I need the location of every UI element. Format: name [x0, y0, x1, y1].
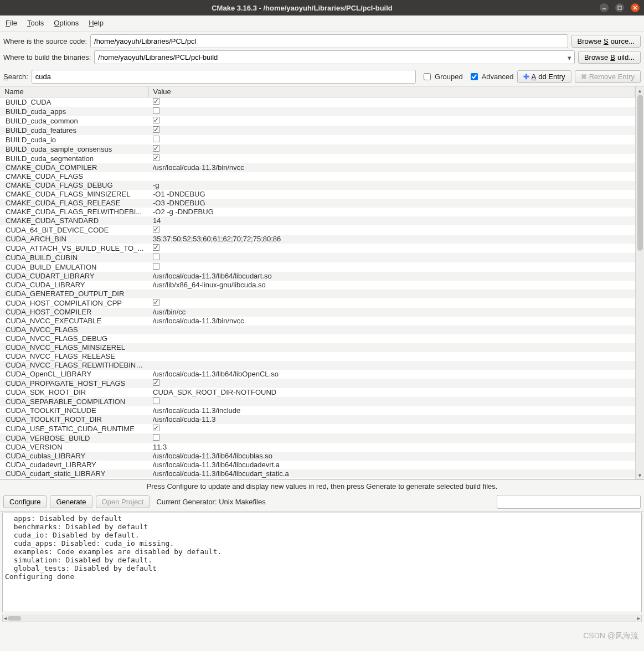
property-value[interactable] [148, 154, 635, 163]
table-row[interactable]: CUDA_VERSION11.3 [0, 443, 635, 452]
property-value[interactable] [148, 97, 635, 107]
configure-button[interactable]: Configure [3, 495, 47, 508]
property-value[interactable]: /usr/local/cuda-11.3/lib64/libcudart_sta… [148, 469, 635, 478]
property-value[interactable]: /usr/local/cuda-11.3/lib64/libcudart.so [148, 272, 635, 281]
property-value[interactable] [148, 433, 635, 443]
table-row[interactable]: CUDA_ATTACH_VS_BUILD_RULE_TO_... [0, 244, 635, 253]
table-row[interactable]: CUDA_cublas_LIBRARY/usr/local/cuda-11.3/… [0, 452, 635, 461]
property-value[interactable] [148, 116, 635, 126]
menu-file[interactable]: File [6, 19, 17, 27]
property-value[interactable]: -O1 -DNDEBUG [148, 190, 635, 199]
property-value[interactable] [148, 352, 635, 361]
table-row[interactable]: BUILD_cuda_common [0, 116, 635, 126]
checkbox-icon[interactable] [153, 263, 159, 270]
table-row[interactable]: CMAKE_CUDA_COMPILER/usr/local/cuda-11.3/… [0, 163, 635, 172]
scroll-right-icon[interactable]: ▸ [637, 615, 640, 621]
remove-entry-button[interactable]: ✖ Remove Entry [575, 70, 641, 83]
table-row[interactable]: CMAKE_CUDA_FLAGS_RELEASE-O3 -DNDEBUG [0, 199, 635, 208]
table-row[interactable]: CUDA_GENERATED_OUTPUT_DIR [0, 290, 635, 298]
maximize-button[interactable] [615, 3, 624, 12]
property-value[interactable]: /usr/local/cuda-11.3/lib64/libOpenCL.so [148, 370, 635, 379]
table-row[interactable]: CUDA_cufft_LIBRARY/usr/local/cuda-11.3/l… [0, 478, 635, 479]
property-value[interactable] [148, 290, 635, 298]
vertical-scrollbar[interactable]: ▴ ▾ [635, 86, 644, 479]
property-value[interactable]: -O3 -DNDEBUG [148, 199, 635, 208]
table-row[interactable]: CUDA_NVCC_FLAGS_RELEASE [0, 352, 635, 361]
table-row[interactable]: CMAKE_CUDA_FLAGS_MINSIZEREL-O1 -DNDEBUG [0, 190, 635, 199]
menu-help[interactable]: Help [89, 19, 104, 27]
table-row[interactable]: BUILD_cuda_io [0, 135, 635, 144]
column-name[interactable]: Name [0, 86, 148, 97]
property-value[interactable] [148, 326, 635, 334]
minimize-button[interactable] [600, 3, 609, 12]
table-row[interactable]: BUILD_CUDA [0, 97, 635, 107]
property-value[interactable]: /usr/local/cuda-11.3/lib64/libcublas.so [148, 452, 635, 461]
scroll-thumb[interactable] [8, 616, 21, 621]
property-value[interactable] [148, 334, 635, 343]
checkbox-icon[interactable] [153, 434, 159, 441]
checkbox-icon[interactable] [153, 397, 159, 404]
checkbox-icon[interactable] [153, 425, 159, 431]
property-value[interactable] [148, 225, 635, 235]
table-row[interactable]: CMAKE_CUDA_FLAGS_RELWITHDEBI...-O2 -g -D… [0, 208, 635, 216]
menu-tools[interactable]: Tools [27, 19, 44, 27]
table-row[interactable]: CUDA_TOOLKIT_ROOT_DIR/usr/local/cuda-11.… [0, 415, 635, 424]
property-value[interactable]: /usr/local/cuda-11.3/include [148, 406, 635, 415]
checkbox-icon[interactable] [153, 299, 159, 306]
property-value[interactable]: 11.3 [148, 443, 635, 452]
property-value[interactable]: /usr/local/cuda-11.3 [148, 415, 635, 424]
table-row[interactable]: CUDA_BUILD_EMULATION [0, 262, 635, 272]
property-value[interactable] [148, 424, 635, 433]
property-value[interactable]: /usr/local/cuda-11.3/lib64/libcudadevrt.… [148, 461, 635, 469]
table-row[interactable]: CUDA_USE_STATIC_CUDA_RUNTIME [0, 424, 635, 433]
scroll-left-icon[interactable]: ◂ [4, 615, 7, 621]
property-value[interactable]: -O2 -g -DNDEBUG [148, 208, 635, 216]
property-value[interactable] [148, 135, 635, 144]
build-input[interactable] [94, 50, 575, 64]
table-row[interactable]: CUDA_cudart_static_LIBRARY/usr/local/cud… [0, 469, 635, 478]
source-input[interactable] [90, 34, 568, 48]
table-row[interactable]: BUILD_cuda_features [0, 126, 635, 135]
property-value[interactable] [148, 379, 635, 388]
property-value[interactable]: 14 [148, 216, 635, 225]
log-horizontal-scrollbar[interactable]: ◂ ▸ [2, 614, 642, 622]
property-value[interactable] [148, 361, 635, 370]
table-row[interactable]: CUDA_SEPARABLE_COMPILATION [0, 397, 635, 406]
add-entry-button[interactable]: ✚ Add Entry [517, 70, 571, 83]
property-value[interactable]: /usr/local/cuda-11.3/lib64/libcufft.so [148, 478, 635, 479]
table-row[interactable]: CMAKE_CUDA_FLAGS_DEBUG-g [0, 181, 635, 190]
grouped-checkbox[interactable]: Grouped [421, 71, 463, 82]
table-row[interactable]: CUDA_TOOLKIT_INCLUDE/usr/local/cuda-11.3… [0, 406, 635, 415]
scroll-thumb[interactable] [637, 95, 643, 251]
close-button[interactable] [631, 3, 640, 12]
property-value[interactable] [148, 298, 635, 308]
scroll-up-icon[interactable]: ▴ [638, 87, 641, 94]
table-row[interactable]: BUILD_cuda_sample_consensus [0, 144, 635, 154]
table-row[interactable]: CUDA_PROPAGATE_HOST_FLAGS [0, 379, 635, 388]
property-value[interactable]: 35;37;50;52;53;60;61;62;70;72;75;80;86 [148, 235, 635, 244]
checkbox-icon[interactable] [153, 107, 159, 114]
column-value[interactable]: Value [148, 86, 635, 97]
browse-build-button[interactable]: Browse Build... [578, 51, 641, 64]
table-row[interactable]: CUDA_ARCH_BIN35;37;50;52;53;60;61;62;70;… [0, 235, 635, 244]
table-row[interactable]: CUDA_NVCC_EXECUTABLE/usr/local/cuda-11.3… [0, 317, 635, 326]
table-row[interactable]: CUDA_64_BIT_DEVICE_CODE [0, 225, 635, 235]
filter-input[interactable] [497, 495, 641, 509]
browse-source-button[interactable]: Browse Source... [571, 35, 641, 48]
property-value[interactable] [148, 172, 635, 181]
table-row[interactable]: CUDA_cudadevrt_LIBRARY/usr/local/cuda-11… [0, 461, 635, 469]
checkbox-icon[interactable] [153, 126, 159, 133]
property-value[interactable] [148, 126, 635, 135]
checkbox-icon[interactable] [153, 136, 159, 142]
table-row[interactable]: CUDA_NVCC_FLAGS_DEBUG [0, 334, 635, 343]
checkbox-icon[interactable] [153, 117, 159, 123]
search-input[interactable] [32, 70, 416, 84]
table-row[interactable]: CUDA_VERBOSE_BUILD [0, 433, 635, 443]
table-row[interactable]: CUDA_HOST_COMPILER/usr/bin/cc [0, 308, 635, 317]
property-value[interactable]: -g [148, 181, 635, 190]
property-value[interactable]: CUDA_SDK_ROOT_DIR-NOTFOUND [148, 388, 635, 397]
checkbox-icon[interactable] [153, 154, 159, 161]
property-value[interactable]: /usr/bin/cc [148, 308, 635, 317]
checkbox-icon[interactable] [153, 379, 159, 386]
property-value[interactable]: /usr/lib/x86_64-linux-gnu/libcuda.so [148, 281, 635, 290]
